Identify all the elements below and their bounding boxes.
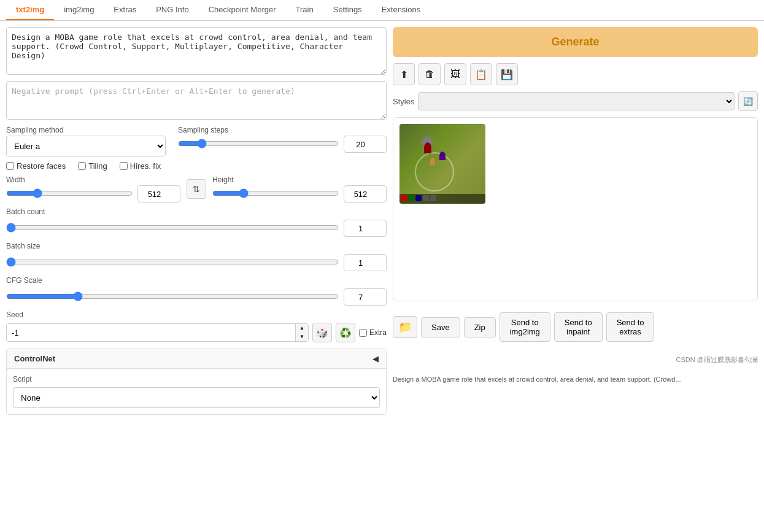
settings-section: Sampling method Euler a Euler LMS Heun S… — [6, 126, 387, 342]
height-col: Height — [212, 175, 387, 202]
seed-up-button[interactable]: ▲ — [296, 324, 308, 333]
character-2 — [439, 152, 446, 160]
character-1 — [424, 142, 431, 153]
batch-count-input[interactable] — [344, 220, 387, 237]
tab-checkpoint-merger[interactable]: Checkpoint Merger — [199, 0, 286, 20]
generate-button[interactable]: Generate — [393, 27, 758, 57]
send-to-extras-button[interactable]: Send toextras — [606, 312, 655, 342]
save-style-icon[interactable]: 💾 — [496, 63, 518, 85]
ui-slot-5 — [430, 195, 436, 201]
extra-checkbox-input[interactable] — [359, 329, 367, 337]
image-icon[interactable]: 🖼 — [444, 63, 466, 85]
script-select[interactable]: None — [13, 387, 380, 408]
positive-prompt[interactable]: Design a MOBA game role that excels at c… — [6, 27, 387, 75]
tab-txt2img[interactable]: txt2img — [6, 0, 54, 20]
right-panel: Generate ⬆ 🗑 🖼 📋 💾 Styles 🔄 — [387, 27, 758, 415]
tiling-input[interactable] — [78, 162, 86, 170]
swap-dimensions-button[interactable]: ⇅ — [187, 179, 206, 199]
restore-faces-label: Restore faces — [17, 161, 66, 171]
seed-random-button[interactable]: 🎲 — [312, 323, 332, 342]
send-to-prompt-icon[interactable]: ⬆ — [393, 63, 415, 85]
tab-img2img[interactable]: img2img — [54, 0, 104, 20]
ui-slot-2 — [408, 195, 414, 201]
styles-select[interactable] — [418, 92, 735, 110]
tab-png-info[interactable]: PNG Info — [146, 0, 198, 20]
sampling-steps-row — [178, 136, 387, 153]
character-3 — [430, 158, 435, 165]
seed-label: Seed — [6, 310, 387, 319]
copy-icon[interactable]: 📋 — [470, 63, 492, 85]
seed-input[interactable] — [7, 326, 295, 340]
height-slider[interactable] — [212, 188, 339, 198]
styles-refresh-button[interactable]: 🔄 — [738, 91, 758, 111]
seed-down-button[interactable]: ▼ — [296, 333, 308, 341]
generated-image — [399, 124, 485, 204]
sampling-row: Sampling method Euler a Euler LMS Heun S… — [6, 126, 387, 156]
game-scene — [399, 124, 485, 204]
game-ui-bar — [399, 194, 485, 204]
trash-icon[interactable]: 🗑 — [419, 63, 441, 85]
extra-label: Extra — [369, 328, 387, 337]
batch-size-slider-row — [6, 254, 387, 271]
restore-faces-input[interactable] — [6, 162, 14, 170]
seed-spinner: ▲ ▼ — [295, 324, 308, 341]
open-folder-button[interactable]: 📁 — [393, 316, 417, 338]
width-col: Width — [6, 175, 180, 202]
hires-fix-input[interactable] — [120, 162, 128, 170]
batch-size-label: Batch size — [6, 242, 387, 250]
bottom-action-bar: 📁 Save Zip Send toimg2img Send toinpaint… — [393, 307, 758, 347]
tiling-checkbox[interactable]: Tiling — [78, 161, 107, 171]
tab-extras[interactable]: Extras — [104, 0, 146, 20]
toolbar-icons: ⬆ 🗑 🖼 📋 💾 — [393, 63, 758, 85]
width-label: Width — [6, 175, 180, 184]
negative-prompt[interactable] — [6, 81, 387, 120]
sampling-steps-input[interactable] — [344, 136, 387, 153]
height-label: Height — [212, 175, 387, 184]
script-label: Script — [13, 375, 380, 384]
caption-text: Design a MOBA game role that excels at c… — [393, 373, 758, 385]
batch-count-slider-wrap — [6, 223, 339, 234]
tab-train[interactable]: Train — [286, 0, 323, 20]
zip-button[interactable]: Zip — [464, 317, 496, 337]
wh-row: Width ⇅ Height — [6, 175, 387, 202]
controlnet-header[interactable]: ControlNet ◀ — [7, 349, 386, 369]
seed-input-wrap: ▲ ▼ — [6, 323, 309, 342]
batch-size-input[interactable] — [344, 254, 387, 271]
cfg-scale-label: CFG Scale — [6, 276, 387, 285]
cfg-scale-slider-wrap — [6, 291, 339, 303]
tab-settings[interactable]: Settings — [323, 0, 372, 20]
sampling-method-select[interactable]: Euler a Euler LMS Heun — [6, 136, 166, 156]
sampling-steps-slider[interactable] — [178, 139, 339, 148]
cfg-scale-slider[interactable] — [6, 291, 339, 301]
hires-fix-checkbox[interactable]: Hires. fix — [120, 161, 161, 171]
cfg-scale-input[interactable] — [344, 288, 387, 306]
height-input[interactable] — [344, 185, 387, 202]
controlnet-collapse-icon: ◀ — [372, 354, 379, 363]
watermark: CSDN @雨过膜胱影書勾澜 — [393, 353, 758, 367]
height-slider-row — [212, 185, 387, 202]
batch-size-row: Batch size — [6, 242, 387, 271]
batch-size-slider-wrap — [6, 257, 339, 269]
send-to-img2img-button[interactable]: Send toimg2img — [500, 312, 550, 342]
batch-count-slider[interactable] — [6, 223, 339, 233]
save-button[interactable]: Save — [421, 317, 460, 337]
send-to-inpaint-button[interactable]: Send toinpaint — [554, 312, 603, 342]
width-input[interactable] — [137, 185, 180, 202]
restore-faces-checkbox[interactable]: Restore faces — [6, 161, 66, 171]
controlnet-section: ControlNet ◀ Script None — [6, 349, 387, 415]
left-panel: Design a MOBA game role that excels at c… — [6, 27, 387, 415]
height-slider-wrap — [212, 188, 339, 200]
main-layout: Design a MOBA game role that excels at c… — [0, 21, 764, 421]
script-row: Script None — [13, 375, 380, 408]
seed-recycle-button[interactable]: ♻️ — [336, 323, 355, 342]
tab-extensions[interactable]: Extensions — [372, 0, 431, 20]
extra-checkbox[interactable]: Extra — [359, 328, 387, 337]
controlnet-title: ControlNet — [14, 354, 55, 363]
batch-count-row: Batch count — [6, 207, 387, 237]
sampling-method-col: Sampling method Euler a Euler LMS Heun — [6, 126, 166, 156]
sampling-steps-col: Sampling steps — [178, 126, 387, 153]
checkboxes-row: Restore faces Tiling Hires. fix — [6, 161, 387, 171]
sampling-method-label: Sampling method — [6, 126, 166, 134]
width-slider[interactable] — [6, 188, 133, 198]
batch-size-slider[interactable] — [6, 257, 339, 267]
